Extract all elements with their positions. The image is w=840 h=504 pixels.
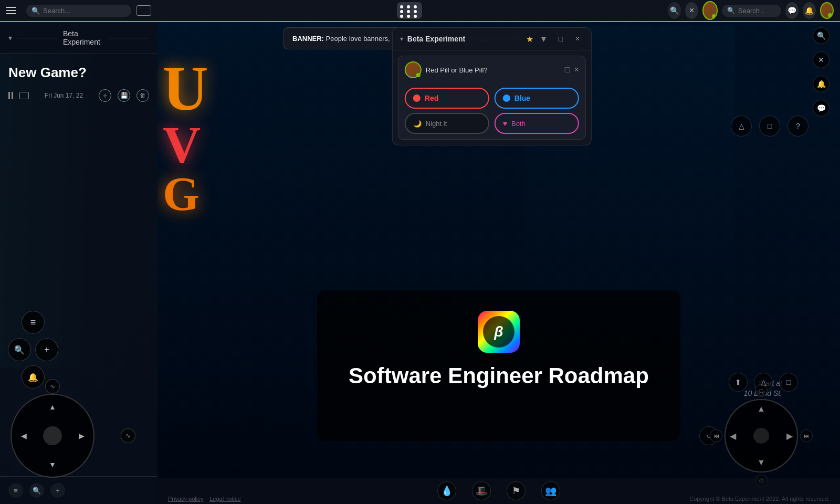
toolbar-search-btn[interactable]: 🔍 xyxy=(29,483,44,498)
sub-popup-minimize[interactable]: □ xyxy=(565,65,570,75)
beta-symbol: β xyxy=(494,323,503,340)
save-button[interactable]: 💾 xyxy=(118,89,130,102)
dpad-down[interactable]: ▼ xyxy=(45,457,60,472)
dpad-right[interactable]: ▶ xyxy=(74,428,89,444)
sidebar-chevron[interactable]: ▾ xyxy=(8,34,12,42)
pill-red-button[interactable]: Red xyxy=(405,88,489,109)
notification-button[interactable]: 🔔 xyxy=(803,2,816,19)
search-box-right[interactable]: 🔍 xyxy=(722,5,782,17)
pill-row-2: 🌙 Night it ♥ Both xyxy=(398,113,585,139)
popup-header: ▾ Beta Experiment ★ ▾ □ × xyxy=(393,28,591,50)
pause-button[interactable] xyxy=(8,92,13,99)
pill-night-label: Night it xyxy=(426,120,447,128)
search-input-right[interactable] xyxy=(738,7,776,15)
toolbar-add-btn[interactable]: + xyxy=(50,483,65,498)
dpad-extra-top[interactable]: ∿ xyxy=(45,379,60,394)
toolbar-menu-btn[interactable]: ≡ xyxy=(8,483,23,498)
sub-popup-header: Red Pill or Blue Pill? □ × xyxy=(398,56,585,83)
hamburger-button[interactable] xyxy=(6,3,21,18)
pill-red-label: Red xyxy=(425,94,438,102)
expand-button[interactable] xyxy=(19,92,29,99)
right-dpad-left[interactable]: ◀ xyxy=(730,431,736,441)
dpad-down-icon: ▼ xyxy=(49,460,56,469)
avatar-top-right[interactable] xyxy=(702,1,718,20)
rp-bell-icon: 🔔 xyxy=(817,80,826,88)
rp-save-icon-btn[interactable]: □ xyxy=(755,384,768,397)
close-icon-top: × xyxy=(689,6,694,15)
sidebar-actions: Fri Jun 17, 22 + 💾 🗑 xyxy=(8,89,149,102)
square-icon: □ xyxy=(768,122,772,130)
triangle-button[interactable]: △ xyxy=(731,116,752,136)
app-logo-inner: β xyxy=(483,316,514,348)
add-button[interactable]: + xyxy=(99,89,111,102)
pill-row-1: Red Blue xyxy=(398,83,585,113)
popup-expand-btn[interactable]: □ xyxy=(554,35,567,43)
left-menu-btn[interactable]: ≡ xyxy=(22,311,45,334)
search-icon-right2: 🔍 xyxy=(727,7,735,14)
dpad-extra-right[interactable]: ∿ xyxy=(121,428,135,443)
pill-blue-button[interactable]: Blue xyxy=(495,88,579,109)
triangle-icon: △ xyxy=(739,122,744,130)
search-button-right[interactable]: 🔍 xyxy=(668,2,681,19)
rp-search-btn[interactable]: 🔍 xyxy=(813,27,830,44)
dpad-left[interactable]: ◀ xyxy=(16,428,32,444)
popup-star[interactable]: ★ xyxy=(526,34,533,44)
left-search-btn[interactable]: 🔍 xyxy=(8,338,31,361)
rp-close-btn[interactable]: × xyxy=(813,51,830,68)
delete-button[interactable]: 🗑 xyxy=(136,89,149,102)
pill-blue-label: Blue xyxy=(514,94,530,102)
search-box-left[interactable]: 🔍 xyxy=(26,5,131,17)
left-dpad: ▲ ▼ ◀ ▶ ∿ ∿ xyxy=(10,394,94,478)
top-bar-left: 🔍 xyxy=(0,3,158,18)
close-button-top[interactable]: × xyxy=(685,2,698,19)
sidebar-toolbar: ≡ 🔍 + xyxy=(0,476,158,504)
top-bar-right: 🔍 × 🔍 💬 🔔 xyxy=(662,1,840,20)
rp-bell-btn[interactable]: 🔔 xyxy=(813,76,830,92)
browser-button[interactable] xyxy=(136,5,151,16)
sub-popup-avatar xyxy=(405,61,422,78)
share-button[interactable]: ⬆ xyxy=(729,373,748,392)
sidebar-line2 xyxy=(109,38,149,38)
rp-close-icon: × xyxy=(818,55,824,66)
rp-square-btn[interactable]: □ xyxy=(779,373,798,392)
legal-link[interactable]: Legal notice xyxy=(209,496,240,502)
rp-chat-btn[interactable]: 💬 xyxy=(813,100,830,117)
sub-popup-close[interactable]: × xyxy=(574,65,579,75)
square-button[interactable]: □ xyxy=(759,116,780,136)
pill-both-label: Both xyxy=(511,120,526,128)
user-avatar[interactable] xyxy=(820,2,834,19)
rp-next-icon-btn[interactable]: ⏭ xyxy=(800,429,813,442)
app-grid-icon[interactable] xyxy=(397,2,422,19)
privacy-link[interactable]: Privacy policy xyxy=(168,496,203,502)
question-button[interactable]: ? xyxy=(788,116,808,136)
date-label: Fri Jun 17, 22 xyxy=(35,92,92,99)
popup-chevron[interactable]: ▾ xyxy=(400,35,403,43)
sidebar-header: ▾ Beta Experiment xyxy=(0,22,158,54)
left-notif-btn[interactable]: 🔔 xyxy=(22,365,45,388)
dpad-circle: ▲ ▼ ◀ ▶ ∿ ∿ xyxy=(10,394,94,478)
rp-prev-icon-btn[interactable]: ⏮ xyxy=(710,429,722,442)
sidebar-line xyxy=(17,38,58,38)
popup-title: Beta Experiment xyxy=(407,35,522,43)
search-input-left[interactable] xyxy=(43,7,126,15)
popup-close-btn[interactable]: × xyxy=(571,34,584,44)
search-icon-left: 🔍 xyxy=(32,7,40,15)
right-dpad-right[interactable]: ▶ xyxy=(786,431,793,441)
right-dpad-down[interactable]: ▼ xyxy=(757,458,765,467)
chat-button[interactable]: 💬 xyxy=(785,2,799,19)
right-dpad-up[interactable]: ▲ xyxy=(757,404,765,414)
left-float-controls: ≡ 🔍 + 🔔 xyxy=(8,311,58,388)
pill-night-button[interactable]: 🌙 Night it xyxy=(405,113,489,134)
top-bar-center xyxy=(158,2,662,19)
new-game-title: New Game? xyxy=(8,65,149,81)
popup-minimize-btn[interactable]: ▾ xyxy=(538,33,550,45)
search-icon-right: 🔍 xyxy=(670,6,679,15)
pill-both-button[interactable]: ♥ Both xyxy=(495,113,579,134)
share-icon: ⬆ xyxy=(735,378,741,386)
save-icon: 💾 xyxy=(120,92,128,99)
sub-popup: Red Pill or Blue Pill? □ × Red Blue 🌙 Ni… xyxy=(398,56,586,140)
sidebar-title: Beta Experiment xyxy=(63,29,103,46)
question-icon: ? xyxy=(796,122,800,130)
left-add-btn[interactable]: + xyxy=(35,338,58,361)
dpad-up[interactable]: ▲ xyxy=(45,399,60,415)
